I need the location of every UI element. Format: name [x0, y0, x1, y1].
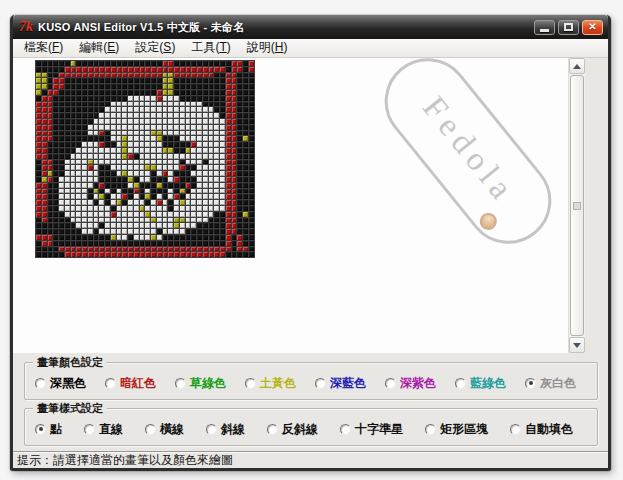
pixel-cell[interactable]	[128, 90, 133, 95]
pixel-cell[interactable]	[134, 61, 139, 66]
pixel-cell[interactable]	[134, 78, 139, 83]
pixel-cell[interactable]	[42, 96, 47, 101]
pixel-cell[interactable]	[65, 183, 70, 188]
pen-color-option-4[interactable]: 深藍色	[315, 375, 366, 392]
pixel-cell[interactable]	[99, 113, 104, 118]
pixel-cell[interactable]	[88, 102, 93, 107]
pixel-cell[interactable]	[48, 229, 53, 234]
pixel-cell[interactable]	[186, 235, 191, 240]
pixel-cell[interactable]	[88, 241, 93, 246]
pixel-cell[interactable]	[203, 125, 208, 130]
pixel-cell[interactable]	[203, 229, 208, 234]
pixel-cell[interactable]	[36, 102, 41, 107]
pixel-cell[interactable]	[249, 247, 254, 252]
pixel-cell[interactable]	[128, 171, 133, 176]
pixel-cell[interactable]	[174, 218, 179, 223]
pixel-cell[interactable]	[42, 78, 47, 83]
pixel-cell[interactable]	[226, 165, 231, 170]
pixel-cell[interactable]	[209, 154, 214, 159]
pixel-cell[interactable]	[220, 241, 225, 246]
pixel-cell[interactable]	[186, 131, 191, 136]
pixel-cell[interactable]	[105, 206, 110, 211]
pixel-cell[interactable]	[134, 84, 139, 89]
pixel-cell[interactable]	[105, 84, 110, 89]
pixel-cell[interactable]	[145, 102, 150, 107]
pixel-cell[interactable]	[174, 61, 179, 66]
pixel-cell[interactable]	[214, 235, 219, 240]
pixel-cell[interactable]	[220, 235, 225, 240]
pixel-cell[interactable]	[232, 183, 237, 188]
pixel-cell[interactable]	[191, 206, 196, 211]
pixel-cell[interactable]	[88, 223, 93, 228]
pixel-cell[interactable]	[140, 165, 145, 170]
pixel-cell[interactable]	[105, 223, 110, 228]
pixel-cell[interactable]	[48, 235, 53, 240]
pixel-cell[interactable]	[48, 84, 53, 89]
pixel-cell[interactable]	[237, 73, 242, 78]
pixel-cell[interactable]	[134, 160, 139, 165]
pixel-cell[interactable]	[134, 218, 139, 223]
pixel-cell[interactable]	[99, 131, 104, 136]
pixel-cell[interactable]	[151, 160, 156, 165]
pixel-cell[interactable]	[249, 136, 254, 141]
radio-button[interactable]	[385, 378, 396, 389]
pixel-cell[interactable]	[42, 200, 47, 205]
pixel-cell[interactable]	[59, 165, 64, 170]
pixel-cell[interactable]	[145, 241, 150, 246]
pixel-cell[interactable]	[59, 142, 64, 147]
pixel-cell[interactable]	[168, 61, 173, 66]
pixel-cell[interactable]	[94, 102, 99, 107]
pixel-cell[interactable]	[157, 160, 162, 165]
pixel-cell[interactable]	[145, 125, 150, 130]
pixel-cell[interactable]	[209, 125, 214, 130]
pixel-cell[interactable]	[197, 206, 202, 211]
pixel-cell[interactable]	[111, 61, 116, 66]
pixel-cell[interactable]	[220, 212, 225, 217]
pixel-cell[interactable]	[186, 148, 191, 153]
pixel-cell[interactable]	[99, 200, 104, 205]
pixel-cell[interactable]	[105, 119, 110, 124]
pixel-cell[interactable]	[48, 194, 53, 199]
pixel-cell[interactable]	[214, 212, 219, 217]
pixel-cell[interactable]	[36, 247, 41, 252]
pixel-cell[interactable]	[151, 241, 156, 246]
pixel-cell[interactable]	[128, 235, 133, 240]
pixel-cell[interactable]	[111, 73, 116, 78]
pixel-cell[interactable]	[203, 102, 208, 107]
pixel-cell[interactable]	[128, 61, 133, 66]
pixel-cell[interactable]	[36, 229, 41, 234]
pixel-cell[interactable]	[59, 160, 64, 165]
pixel-cell[interactable]	[122, 241, 127, 246]
pixel-cell[interactable]	[42, 160, 47, 165]
pixel-cell[interactable]	[197, 252, 202, 257]
pixel-cell[interactable]	[140, 223, 145, 228]
pixel-cell[interactable]	[71, 212, 76, 217]
pixel-cell[interactable]	[232, 252, 237, 257]
pixel-cell[interactable]	[145, 229, 150, 234]
pixel-cell[interactable]	[186, 212, 191, 217]
pixel-cell[interactable]	[214, 223, 219, 228]
pixel-cell[interactable]	[111, 131, 116, 136]
pixel-cell[interactable]	[53, 125, 58, 130]
pixel-cell[interactable]	[186, 206, 191, 211]
pixel-cell[interactable]	[191, 177, 196, 182]
pixel-cell[interactable]	[65, 102, 70, 107]
pixel-cell[interactable]	[249, 200, 254, 205]
pixel-cell[interactable]	[88, 165, 93, 170]
pixel-cell[interactable]	[145, 223, 150, 228]
pixel-cell[interactable]	[197, 235, 202, 240]
pixel-cell[interactable]	[243, 194, 248, 199]
pixel-cell[interactable]	[232, 241, 237, 246]
pixel-cell[interactable]	[203, 212, 208, 217]
pixel-cell[interactable]	[174, 78, 179, 83]
pixel-cell[interactable]	[157, 107, 162, 112]
pixel-cell[interactable]	[209, 73, 214, 78]
pixel-cell[interactable]	[59, 113, 64, 118]
pixel-cell[interactable]	[163, 154, 168, 159]
pixel-cell[interactable]	[203, 136, 208, 141]
pixel-cell[interactable]	[214, 229, 219, 234]
pixel-cell[interactable]	[117, 218, 122, 223]
pixel-cell[interactable]	[145, 206, 150, 211]
pixel-cell[interactable]	[42, 229, 47, 234]
pixel-cell[interactable]	[59, 235, 64, 240]
